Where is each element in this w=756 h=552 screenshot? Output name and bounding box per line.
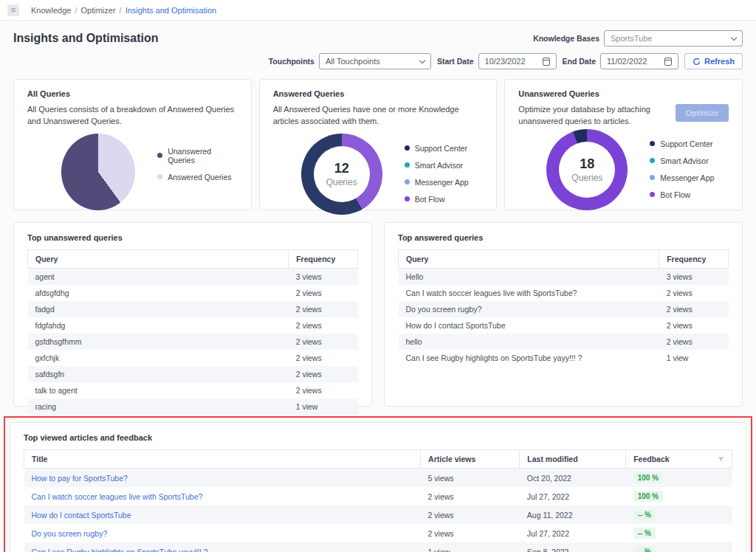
end-date-value: 11/02/2022 [607,57,647,66]
answered-queries-donut-chart: 12 Queries [301,134,382,215]
article-link[interactable]: Can I watch soccer leagues live with Spo… [32,492,203,501]
legend-item: Messenger App [405,178,469,187]
unanswered-queries-card: Unanswered Queries Optimize your databas… [504,79,743,210]
legend-label: Smart Advisor [660,156,708,165]
column-header-query: Query [28,250,289,269]
legend-dot [405,145,410,151]
refresh-icon [693,58,701,66]
article-link[interactable]: How to pay for SportsTube? [32,474,128,483]
breadcrumb-optimizer[interactable]: Optimizer [81,6,116,15]
legend-label: Support Center [415,144,467,153]
breadcrumb-knowledge[interactable]: Knowledge [31,6,71,15]
hamburger-menu-icon[interactable]: ≡ [7,4,19,16]
table-row: Hello3 views [399,269,729,286]
feedback-badge: -- % [633,546,656,552]
legend-item: Unanswered Queries [157,147,238,165]
column-header-title: Title [24,450,421,469]
frequency-cell: 2 views [289,366,358,382]
frequency-cell: 2 views [659,334,729,350]
chevron-down-icon [731,34,737,40]
all-queries-pie-chart [61,134,135,210]
legend-dot [405,162,410,168]
modified-cell: Jul 27, 2022 [520,524,626,542]
table-row: talk to agent2 views [28,382,358,399]
start-date-control: Start Date 10/23/2022 [437,53,557,69]
unanswered-queries-donut-chart: 18 Queries [546,129,628,210]
frequency-cell: 2 views [659,317,729,334]
legend-dot [650,141,655,146]
donut-center: 12 Queries [314,146,370,202]
query-cell: agent [28,269,289,286]
query-cell: gxfchjk [28,350,289,366]
optimize-button[interactable]: Optimize [676,104,729,122]
frequency-cell: 2 views [289,350,358,366]
touchpoints-select[interactable]: All Touchpoints [319,53,431,69]
all-queries-legend: Unanswered Queries Answered Queries [157,147,238,190]
article-link[interactable]: Do you screen rugby? [32,529,108,538]
top-bar: ≡ Knowledge / Optimizer / Insights and O… [0,0,756,21]
table-row: afdsgfdhg2 views [28,285,358,301]
frequency-cell: 2 views [289,382,358,399]
table-row: How to pay for SportsTube? 5 views Oct 2… [24,469,732,488]
breadcrumb: Knowledge / Optimizer / Insights and Opt… [31,6,216,15]
legend-dot [650,192,655,197]
table-row: gsfdhsgfhmm2 views [28,334,358,350]
end-date-label: End Date [563,57,597,66]
calendar-icon [543,58,550,66]
touchpoints-label: Touchpoints [269,57,315,66]
answered-queries-card: Answered Queries All Answered Queries ha… [259,79,498,210]
unanswered-count: 18 [580,156,594,172]
article-link[interactable]: How do I contact SportsTube [32,511,131,520]
frequency-cell: 2 views [659,285,729,301]
unanswered-queries-description: Optimize your database by attaching unan… [518,104,668,128]
legend-label: Unanswered Queries [168,147,238,165]
column-header-frequency: Frequency [289,250,358,269]
table-row: fdgfahdg2 views [28,317,358,334]
chevron-down-icon [419,57,425,63]
answered-queries-description: All Answered Queries have one or more Kn… [273,104,484,128]
frequency-cell: 3 views [289,269,358,286]
legend-item: Bot Flow [405,195,469,204]
legend-item: Bot Flow [650,190,714,199]
breadcrumb-separator: / [75,6,77,15]
table-row: Can I watch soccer leagues live with Spo… [24,487,732,506]
query-cell: How do I contact SportsTube [399,317,659,334]
table-row: Can I see Rugby highlights on SportsTube… [24,542,732,552]
knowledge-bases-control: Knowledge Bases SportsTube [533,30,743,46]
start-date-value: 10/23/2022 [485,57,526,66]
legend-label: Messenger App [415,178,469,187]
knowledge-bases-label: Knowledge Bases [533,34,599,43]
article-link[interactable]: Can I see Rugby highlights on SportsTube… [32,548,208,552]
query-cell: fdgfahdg [28,317,289,334]
knowledge-bases-value: SportsTube [611,34,652,43]
column-header-query: Query [399,250,659,269]
table-row: agent3 views [28,269,358,286]
top-unanswered-queries-title: Top unanswered queries [27,233,358,242]
frequency-cell: 2 views [289,285,358,301]
all-queries-card: All Queries All Queries consists of a br… [13,79,252,210]
top-answered-queries-table: Query Frequency Hello3 views Can I watch… [398,249,729,366]
legend-dot [405,179,410,184]
legend-dot [650,158,655,163]
knowledge-bases-select[interactable]: SportsTube [604,30,743,46]
end-date-input[interactable]: 11/02/2022 [600,53,678,69]
legend-item: Answered Queries [157,173,238,182]
answered-count: 12 [334,161,349,176]
filter-funnel-icon[interactable] [718,456,724,463]
answered-queries-title: Answered Queries [273,89,484,98]
start-date-input[interactable]: 10/23/2022 [478,53,557,69]
feedback-badge: 100 % [633,472,663,483]
column-header-feedback: Feedback [626,450,732,469]
views-cell: 2 views [421,506,520,524]
end-date-control: End Date 11/02/2022 [563,53,679,69]
legend-dot [405,196,410,201]
legend-label: Answered Queries [168,173,231,182]
column-header-last-modified: Last modified [520,450,626,469]
refresh-button[interactable]: Refresh [684,53,743,69]
frequency-cell: 2 views [289,301,358,317]
all-queries-description: All Queries consists of a breakdown of A… [27,104,238,128]
legend-label: Smart Advisor [415,161,463,170]
legend-dot [650,175,655,180]
legend-label: Bot Flow [660,190,690,199]
query-cell: Can I watch soccer leagues live with Spo… [399,285,659,301]
